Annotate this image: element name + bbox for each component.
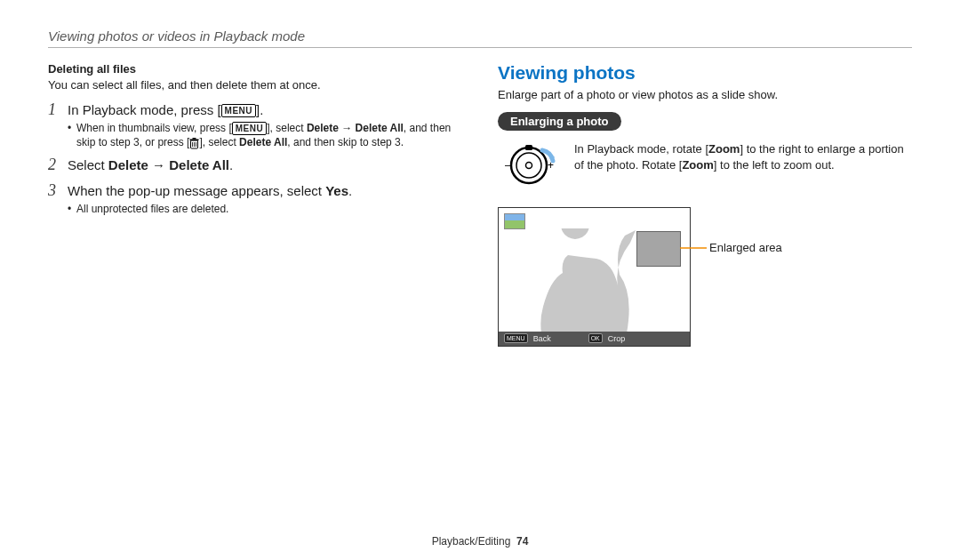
content-columns: Deleting all files You can select all fi… — [48, 62, 912, 347]
enlarged-area-box — [636, 231, 681, 267]
footer-section: Playback/Editing — [432, 535, 511, 548]
steps-list: 1 In Playback mode, press [MENU]. When i… — [48, 100, 462, 217]
text-fragment: When the pop-up message appears, select — [68, 183, 325, 198]
step-1-text: In Playback mode, press [MENU]. — [68, 100, 462, 119]
text-bold: Zoom — [708, 142, 740, 156]
left-column: Deleting all files You can select all fi… — [48, 62, 462, 347]
text-bold: Delete All — [356, 122, 404, 134]
menu-icon: MENU — [221, 104, 256, 117]
footer-page-number: 74 — [516, 535, 528, 548]
text-fragment: In Playback mode, press [ — [68, 102, 221, 117]
screen-illustration-row: MENU Back OK Crop Enlarged area — [498, 207, 912, 347]
right-column: Viewing photos Enlarge part of a photo o… — [498, 62, 912, 347]
text-fragment: → — [339, 122, 356, 134]
page-header-title: Viewing photos or videos in Playback mod… — [48, 28, 912, 44]
page: Viewing photos or videos in Playback mod… — [0, 0, 960, 560]
header-divider — [48, 47, 912, 48]
step-2-text: Select Delete → Delete All. — [68, 156, 233, 174]
text-bold: Delete — [108, 157, 148, 172]
step-1: 1 In Playback mode, press [MENU]. When i… — [48, 100, 462, 151]
camera-screen-mock: MENU Back OK Crop — [498, 207, 691, 347]
text-bold: Delete All — [169, 157, 229, 172]
svg-point-8 — [526, 162, 532, 168]
viewing-photos-intro: Enlarge part of a photo or view photos a… — [498, 87, 912, 103]
screen-footer-bar: MENU Back OK Crop — [499, 332, 690, 346]
crop-label: Crop — [608, 334, 626, 343]
text-fragment: ], select — [267, 122, 307, 134]
text-fragment: ]. — [256, 102, 263, 117]
zoom-instruction-row: – + In Playback mode, rotate [Zoom] to t… — [498, 141, 912, 191]
svg-rect-9 — [525, 145, 532, 150]
svg-point-7 — [516, 153, 541, 178]
text-fragment: ] to the left to zoom out. — [714, 158, 835, 172]
screen-thumbnail-icon — [504, 213, 525, 229]
text-fragment: , and then skip to step 3. — [287, 136, 404, 148]
zoom-instruction-text: In Playback mode, rotate [Zoom] to the r… — [574, 141, 912, 175]
svg-rect-5 — [193, 138, 196, 140]
step-number: 1 — [48, 100, 68, 120]
svg-text:–: – — [505, 159, 511, 172]
enlarging-a-photo-pill: Enlarging a photo — [498, 112, 621, 131]
text-fragment: When in thumbnails view, press [ — [76, 122, 232, 134]
text-bold: Yes — [325, 183, 348, 198]
viewing-photos-heading: Viewing photos — [498, 62, 912, 84]
menu-icon: MENU — [232, 122, 267, 135]
zoom-dial-icon: – + — [498, 143, 560, 191]
text-fragment: In Playback mode, rotate [ — [574, 142, 708, 156]
text-fragment: → — [148, 157, 169, 172]
step-number: 2 — [48, 156, 68, 175]
text-fragment: . — [348, 183, 352, 198]
step-1-bullet: When in thumbnails view, press [MENU], s… — [68, 121, 462, 151]
text-bold: Zoom — [682, 158, 713, 172]
back-label: Back — [533, 334, 551, 343]
step-3: 3 When the pop-up message appears, selec… — [48, 181, 462, 217]
deleting-all-files-intro: You can select all files, and then delet… — [48, 77, 462, 93]
enlarged-area-callout: Enlarged area — [709, 241, 782, 254]
step-number: 3 — [48, 181, 68, 201]
trash-icon — [189, 138, 199, 149]
svg-rect-4 — [190, 139, 199, 140]
text-fragment: . — [229, 157, 233, 172]
person-silhouette-icon — [524, 228, 639, 333]
step-2: 2 Select Delete → Delete All. — [48, 156, 462, 176]
text-fragment: Select — [68, 157, 108, 172]
text-fragment: ], select — [199, 136, 239, 148]
page-footer: Playback/Editing 74 — [0, 535, 960, 548]
text-bold: Delete All — [239, 136, 287, 148]
deleting-all-files-heading: Deleting all files — [48, 62, 462, 76]
step-3-bullet: All unprotected files are deleted. — [68, 202, 352, 217]
step-3-text: When the pop-up message appears, select … — [68, 181, 352, 200]
menu-badge: MENU — [504, 333, 528, 343]
text-bold: Delete — [307, 122, 339, 134]
ok-badge: OK — [588, 333, 603, 343]
